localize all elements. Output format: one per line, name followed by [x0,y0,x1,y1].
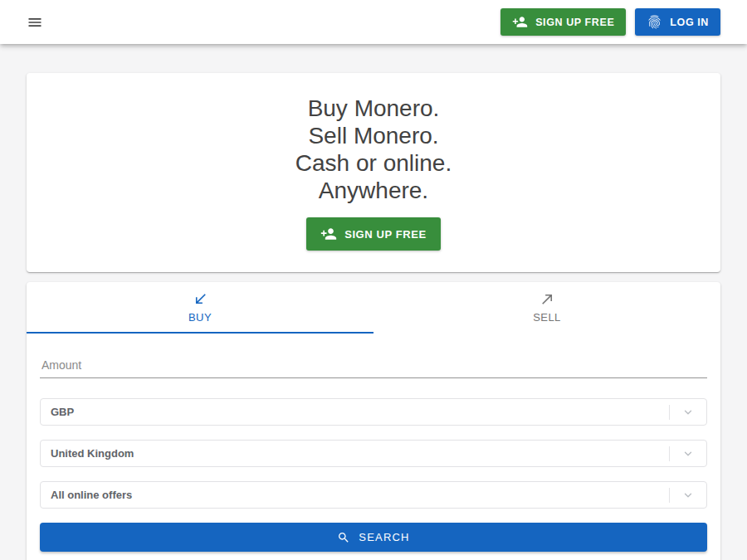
signup-button-label: SIGN UP FREE [535,17,614,28]
menu-icon [27,14,43,31]
tab-buy[interactable]: BUY [27,282,374,334]
hero-title: Buy Monero. Sell Monero. Cash or online.… [27,95,720,204]
menu-button[interactable] [23,11,46,34]
country-select[interactable]: United Kingdom [40,440,707,467]
arrow-up-right-icon [540,291,555,307]
trade-tabs: BUY SELL [27,282,720,334]
hero-title-line: Cash or online. [27,149,720,177]
hero-title-line: Sell Monero. [27,122,720,149]
amount-input[interactable] [40,350,707,378]
trade-card: BUY SELL GBP United Kingdom [27,282,720,560]
hero-title-line: Buy Monero. [27,95,720,122]
page-content: Buy Monero. Sell Monero. Cash or online.… [27,73,720,560]
hero-title-line: Anywhere. [27,177,720,204]
tab-sell[interactable]: SELL [374,282,720,334]
search-button[interactable]: SEARCH [40,523,707,552]
chevron-down-icon [670,407,706,418]
trade-form: GBP United Kingdom All online offers [27,334,720,560]
country-select-value: United Kingdom [51,447,134,460]
login-button-label: LOG IN [670,17,709,28]
magnifier-icon [337,531,350,544]
tab-sell-label: SELL [533,311,560,324]
offer-type-select[interactable]: All online offers [40,481,707,509]
person-add-icon [512,14,528,30]
fingerprint-icon [647,14,662,30]
login-button[interactable]: LOG IN [635,8,720,36]
chevron-down-icon [670,448,706,460]
hero-signup-button[interactable]: SIGN UP FREE [306,217,441,251]
arrow-down-left-icon [193,291,208,307]
hero-signup-button-label: SIGN UP FREE [344,228,427,241]
hero-card: Buy Monero. Sell Monero. Cash or online.… [27,73,720,272]
currency-select-value: GBP [51,406,74,418]
offer-type-select-value: All online offers [51,489,132,501]
app-header: SIGN UP FREE LOG IN [0,0,747,44]
person-add-icon [320,226,337,242]
tab-buy-label: BUY [188,311,212,324]
chevron-down-icon [670,489,706,501]
currency-select[interactable]: GBP [40,398,707,426]
search-button-label: SEARCH [359,531,409,543]
signup-button[interactable]: SIGN UP FREE [500,8,626,36]
